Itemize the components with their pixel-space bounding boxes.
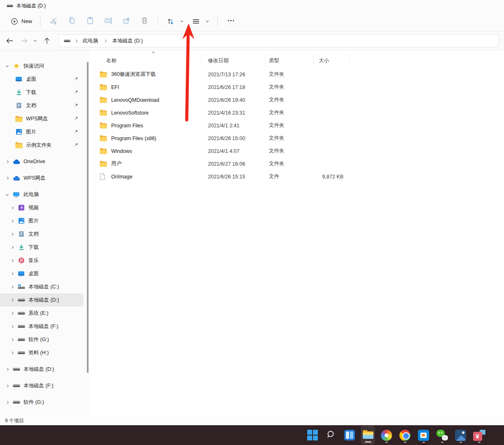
taskbar-icon-strip: ¥ — [306, 425, 486, 445]
sidebar-item-label: 下载 — [28, 244, 39, 251]
file-row[interactable]: Windows 2021/4/1 4:07 文件夹 — [99, 145, 504, 157]
file-row[interactable]: 用户 2021/6/27 16:06 文件夹 — [99, 157, 504, 170]
forward-button[interactable] — [18, 35, 30, 47]
file-type: 文件夹 — [266, 135, 314, 142]
sidebar-scrollbar[interactable] — [87, 62, 89, 373]
back-button[interactable] — [3, 35, 16, 47]
sidebar-item-drive-g-root[interactable]: 软件 (G:) — [0, 396, 84, 409]
drive-icon — [64, 37, 70, 44]
sidebar-item-drive-f-root[interactable]: 本地磁盘 (F:) — [0, 379, 84, 392]
folder-icon — [100, 148, 108, 155]
sidebar-item-downloads[interactable]: 下载 — [0, 241, 84, 254]
document-icon — [15, 102, 23, 109]
file-date: 2021/6/26 15:00 — [202, 136, 266, 141]
onedrive-cloud-icon — [12, 158, 20, 165]
sidebar-item-drive-f[interactable]: 本地磁盘 (F:) — [0, 320, 84, 333]
taskbar-task-view-button[interactable] — [343, 426, 356, 444]
sidebar-item-music[interactable]: 音乐 — [0, 254, 84, 267]
folder-icon — [15, 115, 23, 122]
sidebar-item-onedrive[interactable]: OneDrive — [0, 155, 84, 168]
column-headers: 名称 修改日期 类型 大小 — [99, 55, 504, 66]
taskbar-finance-app-button[interactable]: ¥ — [472, 426, 486, 444]
folder-icon — [100, 71, 108, 78]
sidebar-item-drive-d-selected[interactable]: 本地磁盘 (D:) — [0, 293, 84, 307]
file-row[interactable]: LenovoSoftstore 2021/4/16 23:31 文件夹 — [99, 106, 504, 119]
chevron-collapsed-icon — [4, 399, 10, 405]
chevron-down-icon — [205, 19, 209, 23]
address-bar[interactable]: 此电脑 本地磁盘 (D:) — [58, 34, 499, 47]
share-button[interactable] — [117, 14, 135, 29]
sidebar-item-documents[interactable]: 文档 — [0, 227, 84, 241]
chevron-collapsed-icon — [9, 310, 15, 316]
breadcrumb-local-disk-d[interactable]: 本地磁盘 (D:) — [111, 37, 145, 45]
chevron-collapsed-icon — [9, 271, 15, 276]
delete-button[interactable] — [135, 14, 154, 29]
view-button[interactable] — [188, 15, 213, 28]
file-name: EFI — [111, 84, 119, 90]
plus-circle-icon — [11, 18, 18, 25]
sidebar-item-desktop[interactable]: 桌面 — [0, 73, 84, 86]
file-type: 文件 — [266, 173, 314, 180]
sidebar-item-drive-h[interactable]: 资料 (H:) — [0, 346, 84, 359]
taskbar-colorful-browser-button[interactable] — [380, 426, 393, 444]
column-header-size[interactable]: 大小 — [314, 55, 350, 66]
sidebar-item-drive-d-root[interactable]: 本地磁盘 (D:) — [0, 363, 84, 376]
taskbar-start-button[interactable] — [306, 426, 319, 444]
sidebar-item-videos[interactable]: 视频 — [0, 201, 84, 214]
chevron-collapsed-icon — [4, 159, 10, 164]
taskbar-file-explorer-button[interactable] — [361, 426, 375, 444]
sidebar-item-drive-g[interactable]: 软件 (G:) — [0, 333, 84, 346]
file-row[interactable]: EFI 2021/6/26 17:18 文件夹 — [99, 81, 504, 94]
file-row[interactable]: 360极速浏览器下载 2021/7/13 17:26 文件夹 — [99, 68, 504, 81]
file-date: 2021/4/1 4:07 — [202, 148, 266, 154]
file-date: 2021/7/13 17:26 — [202, 72, 266, 77]
copy-button[interactable] — [63, 14, 81, 29]
sidebar-item-label: 视频 — [28, 204, 39, 211]
navigation-bar: 此电脑 本地磁盘 (D:) — [0, 31, 504, 50]
drive-icon — [7, 2, 13, 9]
recent-locations-button[interactable] — [30, 35, 38, 47]
file-row[interactable]: Program Files 2021/4/1 2:41 文件夹 — [99, 119, 504, 132]
file-icon — [100, 173, 108, 180]
pin-icon — [74, 129, 79, 134]
up-button[interactable] — [41, 35, 53, 47]
breadcrumb-this-pc[interactable]: 此电脑 — [81, 37, 100, 45]
sidebar-item-quick-access[interactable]: 快速访问 — [0, 59, 84, 73]
taskbar-chrome-button[interactable] — [398, 426, 412, 444]
folder-icon — [100, 110, 108, 116]
drive-icon — [17, 336, 25, 343]
column-header-type[interactable]: 类型 — [266, 55, 314, 66]
file-date: 2021/6/26 19:40 — [202, 97, 266, 103]
music-icon — [17, 257, 25, 264]
taskbar-photos-button[interactable] — [454, 426, 467, 444]
file-row[interactable]: LenovoQMDownload 2021/6/26 19:40 文件夹 — [99, 94, 504, 106]
chevron-down-icon — [180, 19, 184, 23]
sidebar-item-downloads[interactable]: 下载 — [0, 86, 84, 99]
wechat-icon — [436, 430, 448, 440]
file-rows: 360极速浏览器下载 2021/7/13 17:26 文件夹 EFI 2021/… — [90, 68, 504, 183]
sidebar-item-drive-c[interactable]: 本地磁盘 (C:) — [0, 280, 84, 293]
sidebar-item-wps-cloud[interactable]: WPS网盘 — [0, 171, 84, 185]
cut-button[interactable] — [45, 14, 63, 29]
sidebar-item-pictures[interactable]: 图片 — [0, 125, 84, 138]
sidebar-item-documents[interactable]: 文档 — [0, 99, 84, 112]
sidebar-item-desktop[interactable]: 桌面 — [0, 267, 84, 280]
sidebar-item-sample-folder[interactable]: 示例文件夹 — [0, 138, 84, 152]
file-row[interactable]: Program Files (x86) 2021/6/26 15:00 文件夹 — [99, 132, 504, 145]
more-button[interactable] — [222, 14, 240, 29]
new-button[interactable]: New — [7, 15, 36, 28]
file-row[interactable]: OriImage 2021/6/26 15:15 文件 9,872 KB — [99, 170, 504, 183]
sidebar-item-drive-e[interactable]: 系统 (E:) — [0, 307, 84, 320]
taskbar-search-button[interactable] — [324, 426, 338, 444]
taskbar-wechat-button[interactable] — [435, 426, 449, 444]
rename-button[interactable] — [99, 14, 117, 29]
sidebar-item-pictures[interactable]: 图片 — [0, 214, 84, 227]
taskbar-docs-app-button[interactable] — [417, 426, 430, 444]
sidebar-item-this-pc[interactable]: 此电脑 — [0, 188, 84, 201]
column-header-date[interactable]: 修改日期 — [202, 55, 266, 66]
sidebar-item-wps-folder[interactable]: WPS网盘 — [0, 112, 84, 125]
sort-button[interactable] — [162, 15, 188, 28]
chevron-collapsed-icon — [9, 244, 15, 250]
paste-button[interactable] — [81, 14, 99, 29]
column-header-name[interactable]: 名称 — [99, 55, 202, 66]
